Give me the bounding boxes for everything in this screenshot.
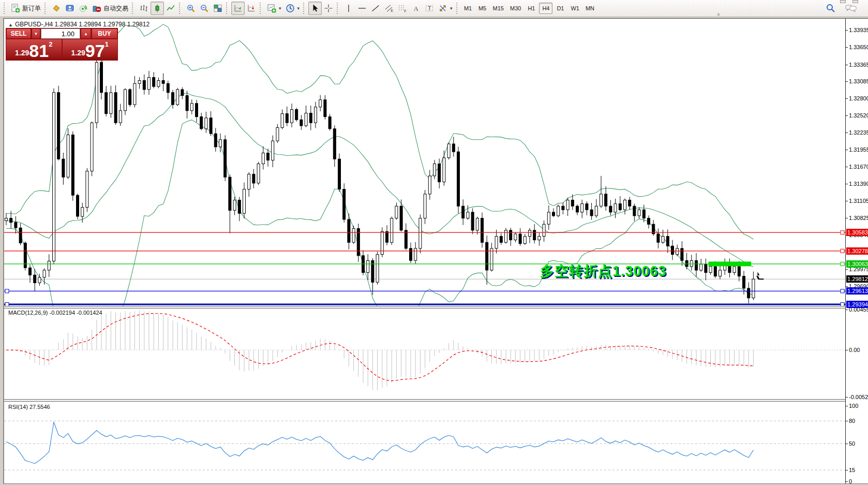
text-button[interactable]: A: [409, 2, 423, 15]
hline-handle-right[interactable]: [841, 289, 844, 293]
new-order-button[interactable]: 新订单: [9, 2, 43, 15]
zoom-in-button[interactable]: [184, 2, 198, 15]
volume-down-button[interactable]: ▼: [32, 28, 40, 39]
autotrading-icon: [92, 4, 101, 13]
sell-price-prefix: 1.29: [15, 49, 29, 57]
arrows-button[interactable]: ▾: [436, 2, 455, 15]
fibonacci-icon: F: [398, 4, 407, 13]
axis-tick: [846, 310, 848, 310]
macd-label: MACD(12,26,9) -0.002194 -0.001424: [8, 310, 102, 316]
axis-tick: [846, 269, 848, 270]
chart-shift-button[interactable]: [245, 2, 258, 15]
autotrading-button[interactable]: 自动交易: [90, 2, 130, 15]
new-chart-button[interactable]: ▾: [265, 2, 283, 15]
price-badge-1.30583: 1.30583: [846, 229, 868, 236]
price-badge-1.29613: 1.29613: [846, 287, 868, 295]
arrows-dropdown-caret[interactable]: ▾: [450, 6, 453, 11]
axis-tick: [846, 30, 848, 31]
vertical-line-button[interactable]: [342, 2, 355, 15]
periods-icon: [286, 4, 295, 13]
axis-tick: [846, 421, 848, 421]
trendline-button[interactable]: [369, 2, 382, 15]
window-restore-box[interactable]: [840, 0, 846, 3]
price-axis-label: 1.32800: [849, 95, 868, 101]
new-chart-dropdown-caret[interactable]: ▾: [279, 6, 281, 11]
arrow-down-marker[interactable]: [756, 272, 764, 280]
candlestick-chart-button[interactable]: [151, 2, 164, 15]
timeframe-w1[interactable]: W1: [568, 3, 582, 14]
axis-tick: [846, 218, 848, 218]
horizontal-line-button[interactable]: [355, 2, 369, 15]
timeframe-m1[interactable]: M1: [461, 3, 475, 14]
axis-tick: [846, 133, 848, 133]
hline-handle-left[interactable]: [5, 289, 9, 293]
buy-price[interactable]: 1.29 97 1: [63, 39, 118, 60]
chat-button[interactable]: [843, 2, 859, 15]
splitter-collapse-arrow[interactable]: ▲: [716, 11, 721, 17]
chart-annotation-text[interactable]: 多空转折点1.30063: [540, 262, 667, 281]
timeframe-group: M1M5M15M30H1H4D1W1MN: [461, 3, 597, 14]
chat-icon: [845, 4, 857, 13]
sell-price[interactable]: 1.29 81 2: [6, 39, 62, 60]
timeframe-h4[interactable]: H4: [539, 3, 552, 14]
price-axis-label: 1.31105: [849, 198, 868, 204]
axis-tick: [846, 115, 848, 116]
signals-icon: [79, 4, 88, 13]
svg-text:T: T: [428, 5, 431, 11]
auto-scroll-button[interactable]: [231, 2, 245, 15]
market-depth-icon: [52, 4, 61, 13]
market-depth-button[interactable]: [50, 2, 63, 15]
pane-separator-macd[interactable]: [4, 306, 868, 308]
timeframe-m15[interactable]: M15: [490, 3, 506, 14]
pane-separator-rsi[interactable]: [4, 399, 868, 402]
price-badge-1.30278: 1.30278: [846, 247, 868, 255]
timeframe-h1[interactable]: H1: [525, 3, 538, 14]
equidistant-channel-icon: E: [384, 4, 394, 13]
axis-tick: [846, 286, 848, 287]
search-button[interactable]: [824, 2, 838, 15]
volume-up-button[interactable]: ▲: [81, 28, 91, 39]
timeframe-m5[interactable]: M5: [476, 3, 489, 14]
macd-scale-label: -0.005295: [849, 394, 868, 400]
periods-dropdown-caret[interactable]: ▾: [297, 6, 300, 11]
hline-handle-right[interactable]: [841, 262, 844, 266]
collapse-triangle-icon[interactable]: ▲: [8, 22, 13, 27]
chart-plot-area[interactable]: [4, 19, 845, 485]
periods-button[interactable]: ▾: [283, 2, 302, 15]
timeframe-d1[interactable]: D1: [553, 3, 567, 14]
fibonacci-button[interactable]: F: [396, 2, 409, 15]
axis-tick: [846, 184, 848, 184]
sell-button[interactable]: SELL: [6, 28, 31, 39]
hline-handle-right[interactable]: [841, 231, 844, 234]
svg-text:A: A: [414, 5, 419, 12]
tile-windows-button[interactable]: [211, 2, 225, 15]
timeframe-m30[interactable]: M30: [507, 3, 523, 14]
window-close-box[interactable]: [852, 0, 858, 3]
rsi-scale-label: 80: [849, 418, 855, 424]
line-chart-icon: [166, 4, 175, 13]
buy-button[interactable]: BUY: [92, 28, 117, 39]
rsi-scale-label: 100: [849, 403, 858, 409]
cursor-button[interactable]: [308, 2, 322, 15]
toolbar-grip: [456, 3, 460, 14]
highlight-bar[interactable]: [709, 261, 752, 266]
tile-windows-icon: [213, 4, 222, 13]
crosshair-button[interactable]: [322, 2, 335, 15]
axis-tick: [846, 81, 848, 82]
text-label-button[interactable]: T: [423, 2, 436, 15]
price-axis[interactable]: 1.339351.336501.333651.330851.328001.325…: [845, 19, 868, 483]
price-badge-1.30063: 1.30063: [846, 260, 868, 268]
rsi-label: RSI(14) 27.5546: [8, 404, 50, 410]
profile-button[interactable]: [63, 2, 77, 15]
timeframe-mn[interactable]: MN: [583, 3, 597, 14]
volume-input[interactable]: [41, 28, 80, 39]
zoom-out-button[interactable]: [198, 2, 211, 15]
equidistant-channel-button[interactable]: E: [382, 2, 396, 15]
bar-chart-button[interactable]: [137, 2, 151, 15]
symbol-ohlc-line: ▲GBPUSD-,H4 1.29834 1.29894 1.29798 1.29…: [8, 21, 149, 28]
signals-button[interactable]: [77, 2, 90, 15]
buy-price-sup: 1: [105, 40, 109, 48]
hline-handle-right[interactable]: [841, 249, 844, 253]
toolbar-grip: [303, 3, 307, 14]
line-chart-button[interactable]: [164, 2, 177, 15]
